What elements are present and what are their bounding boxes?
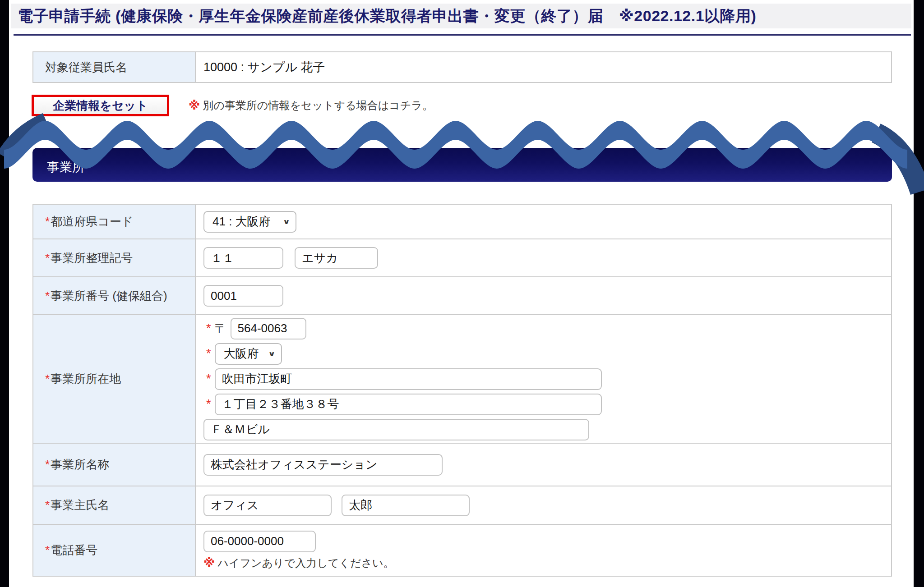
required-mark: * bbox=[45, 251, 50, 265]
row-office-address: *事業所所在地 * 〒 * 大阪府 ∨ * bbox=[33, 314, 891, 443]
address-building-input[interactable] bbox=[203, 419, 589, 440]
table-row: 対象従業員氏名 10000 : サンプル 花子 bbox=[33, 52, 891, 82]
owner-family-name-input[interactable] bbox=[203, 495, 332, 516]
owner-name-value bbox=[196, 486, 891, 524]
office-ref-code-label: *事業所整理記号 bbox=[33, 239, 196, 276]
note-asterisk-mark: ※ bbox=[189, 99, 200, 113]
required-mark: * bbox=[45, 215, 50, 229]
office-ref-code-value bbox=[196, 239, 891, 276]
address-prefecture-select[interactable]: 大阪府 ∨ bbox=[215, 343, 282, 365]
prefecture-code-selected: 41 : 大阪府 bbox=[213, 214, 271, 229]
employee-table: 対象従業員氏名 10000 : サンプル 花子 bbox=[32, 51, 892, 83]
required-mark: * bbox=[206, 321, 211, 335]
required-mark: * bbox=[45, 372, 50, 386]
note-asterisk-mark: ※ bbox=[203, 556, 215, 570]
row-office-ref-code: *事業所整理記号 bbox=[33, 238, 891, 276]
address-prefecture-selected: 大阪府 bbox=[224, 346, 259, 362]
office-name-input[interactable] bbox=[203, 454, 443, 476]
address-city-line: * bbox=[203, 368, 891, 390]
phone-number-input[interactable] bbox=[203, 531, 316, 552]
office-address-label: *事業所所在地 bbox=[33, 315, 196, 443]
set-company-info-button[interactable]: 企業情報をセット bbox=[32, 95, 169, 116]
office-number-value bbox=[196, 277, 891, 314]
office-number-input[interactable] bbox=[203, 285, 283, 307]
address-street-input[interactable] bbox=[215, 394, 602, 415]
header-divider bbox=[14, 34, 911, 36]
owner-name-label: *事業主氏名 bbox=[33, 486, 196, 524]
address-building-line bbox=[203, 419, 891, 440]
prefecture-code-label: *都道府県コード bbox=[33, 205, 196, 238]
phone-number-value: ※ ハイフンありで入力してください。 bbox=[196, 525, 891, 576]
required-mark: * bbox=[206, 397, 211, 411]
prefecture-code-select[interactable]: 41 : 大阪府 ∨ bbox=[203, 211, 296, 233]
section-title: 事業所 bbox=[32, 154, 85, 176]
section-header-office: 事業所 bbox=[32, 148, 892, 182]
required-mark: * bbox=[45, 498, 50, 512]
employee-name-label: 対象従業員氏名 bbox=[33, 52, 196, 82]
office-ref-code-input-1[interactable] bbox=[203, 247, 283, 269]
page-edge-right bbox=[914, 0, 924, 587]
row-prefecture-code: *都道府県コード 41 : 大阪府 ∨ bbox=[33, 205, 891, 238]
row-office-name: *事業所名称 bbox=[33, 443, 891, 486]
required-mark: * bbox=[45, 458, 50, 472]
owner-given-name-input[interactable] bbox=[342, 495, 470, 516]
page-title: 電子申請手続 (健康保険・厚生年金保険産前産後休業取得者申出書・変更（終了）届 … bbox=[11, 6, 756, 27]
phone-number-label: *電話番号 bbox=[33, 525, 196, 576]
office-number-label: *事業所番号 (健保組合) bbox=[33, 277, 196, 314]
postal-code-input[interactable] bbox=[231, 318, 306, 339]
required-mark: * bbox=[206, 372, 211, 386]
prefecture-code-value: 41 : 大阪府 ∨ bbox=[196, 205, 891, 238]
required-mark: * bbox=[45, 289, 50, 303]
office-name-label: *事業所名称 bbox=[33, 444, 196, 486]
set-company-note: ※ 別の事業所の情報をセットする場合はコチラ。 bbox=[189, 95, 433, 116]
page-edge-left bbox=[0, 0, 9, 587]
address-postal-line: * 〒 bbox=[203, 318, 891, 339]
postal-symbol: 〒 bbox=[215, 321, 227, 337]
address-prefecture-line: * 大阪府 ∨ bbox=[203, 343, 891, 365]
address-city-input[interactable] bbox=[215, 368, 602, 390]
office-form-table: *都道府県コード 41 : 大阪府 ∨ *事業所整理記号 *事業所番号 (健保組 bbox=[32, 204, 892, 577]
page: 電子申請手続 (健康保険・厚生年金保険産前産後休業取得者申出書・変更（終了）届 … bbox=[0, 0, 924, 587]
required-mark: * bbox=[45, 543, 50, 557]
phone-note-text: ハイフンありで入力してください。 bbox=[217, 556, 394, 570]
chevron-down-icon: ∨ bbox=[268, 350, 275, 358]
row-office-number: *事業所番号 (健保組合) bbox=[33, 276, 891, 314]
address-street-line: * bbox=[203, 394, 891, 415]
office-ref-code-input-2[interactable] bbox=[295, 247, 378, 269]
chevron-down-icon: ∨ bbox=[283, 218, 290, 226]
row-phone-number: *電話番号 ※ ハイフンありで入力してください。 bbox=[33, 524, 891, 576]
set-company-note-text: 別の事業所の情報をセットする場合はコチラ。 bbox=[203, 98, 433, 113]
phone-note: ※ ハイフンありで入力してください。 bbox=[203, 556, 394, 570]
office-name-value bbox=[196, 444, 891, 486]
office-address-value: * 〒 * 大阪府 ∨ * * bbox=[196, 315, 891, 443]
row-owner-name: *事業主氏名 bbox=[33, 486, 891, 524]
employee-name-value: 10000 : サンプル 花子 bbox=[196, 52, 891, 82]
header-bar: 電子申請手続 (健康保険・厚生年金保険産前産後休業取得者申出書・変更（終了）届 … bbox=[11, 4, 911, 28]
required-mark: * bbox=[206, 347, 211, 361]
